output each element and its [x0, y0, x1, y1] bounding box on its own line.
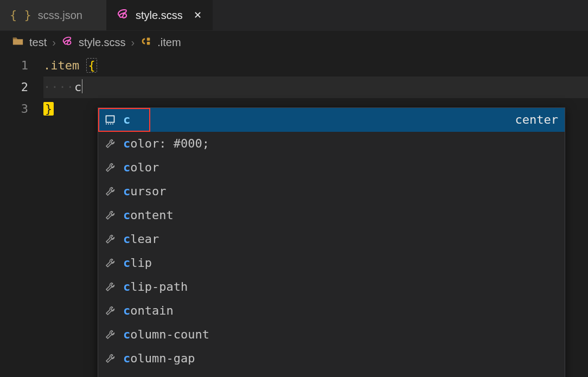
snippet-icon — [104, 114, 117, 125]
line-number: 3 — [0, 98, 43, 120]
breadcrumb: test › style.scss › .item — [0, 31, 588, 55]
code-line-active[interactable]: 2 ····c — [0, 76, 588, 98]
suggestion-label: c — [123, 110, 515, 130]
suggestion-detail: center — [515, 110, 558, 130]
suggestion-label: column-gap — [123, 349, 558, 368]
breadcrumb-item-file[interactable]: style.scss — [61, 35, 126, 50]
breadcrumb-label: style.scss — [79, 36, 126, 49]
suggestion-item[interactable]: contain — [98, 299, 565, 323]
suggestion-item[interactable]: clip — [98, 251, 565, 275]
suggestion-item[interactable]: clip-path — [98, 275, 565, 299]
wrench-icon — [104, 305, 117, 316]
suggestion-item[interactable]: column-gap — [98, 347, 565, 370]
suggestion-item[interactable]: content — [98, 203, 565, 227]
chevron-right-icon: › — [52, 36, 56, 49]
typed-text: c — [74, 80, 81, 94]
suggestion-label: column-count — [123, 325, 558, 344]
tab-scss-json[interactable]: { } scss.json — [0, 0, 106, 30]
chevron-right-icon: › — [131, 36, 135, 49]
tab-label: scss.json — [38, 9, 82, 22]
suggestion-label: content — [123, 206, 558, 225]
suggestion-label: counter-increment — [123, 373, 558, 377]
tab-label: style.scss — [136, 9, 183, 22]
svg-rect-1 — [147, 42, 150, 45]
scss-icon — [61, 35, 73, 50]
suggestion-label: cursor — [123, 182, 558, 201]
line-number: 1 — [0, 55, 43, 76]
wrench-icon — [104, 282, 117, 292]
indent-guide: ···· — [43, 80, 74, 94]
breadcrumb-item-symbol[interactable]: .item — [140, 35, 181, 50]
tab-style-scss[interactable]: style.scss ✕ — [106, 0, 213, 30]
text-cursor — [82, 79, 82, 93]
tab-bar: { } scss.json style.scss ✕ — [0, 0, 588, 31]
css-selector: .item — [43, 59, 79, 72]
scss-icon — [116, 8, 129, 23]
breadcrumb-item-folder[interactable]: test — [12, 35, 47, 50]
wrench-icon — [104, 186, 117, 197]
braces-icon: { } — [10, 9, 31, 21]
suggestion-label: clear — [123, 229, 558, 249]
suggestion-label: contain — [123, 301, 558, 321]
suggestion-item[interactable]: column-count — [98, 323, 565, 347]
line-number: 2 — [0, 76, 43, 98]
editor-root: { } scss.json style.scss ✕ test › — [0, 0, 588, 377]
suggestion-popup: ccentercolor: #000;colorcursorcontentcle… — [98, 107, 565, 377]
suggestion-item[interactable]: color — [98, 156, 565, 180]
folder-icon — [12, 35, 24, 50]
suggestion-label: clip-path — [123, 277, 558, 297]
suggestion-label: color — [123, 158, 558, 177]
suggestion-item[interactable]: clear — [98, 227, 565, 251]
suggestion-item[interactable]: cursor — [98, 180, 565, 203]
wrench-icon — [104, 162, 117, 173]
wrench-icon — [104, 210, 117, 221]
breadcrumb-label: .item — [157, 36, 181, 49]
close-icon[interactable]: ✕ — [194, 10, 202, 20]
suggestion-item[interactable]: color: #000; — [98, 132, 565, 156]
suggestion-item[interactable]: counter-increment — [98, 370, 565, 377]
close-brace: } — [43, 102, 54, 116]
suggestion-label: clip — [123, 253, 558, 273]
wrench-icon — [104, 234, 117, 245]
code-line[interactable]: 1 .item { — [0, 55, 588, 76]
suggestion-label: color: #000; — [123, 134, 558, 154]
svg-rect-2 — [106, 116, 114, 123]
suggestion-item[interactable]: ccenter — [98, 108, 565, 132]
wrench-icon — [104, 329, 117, 340]
svg-rect-0 — [147, 38, 150, 41]
symbol-class-icon — [140, 35, 152, 50]
wrench-icon — [104, 138, 117, 149]
open-brace: { — [86, 58, 97, 73]
wrench-icon — [104, 258, 117, 269]
breadcrumb-label: test — [29, 36, 47, 49]
wrench-icon — [104, 353, 117, 364]
